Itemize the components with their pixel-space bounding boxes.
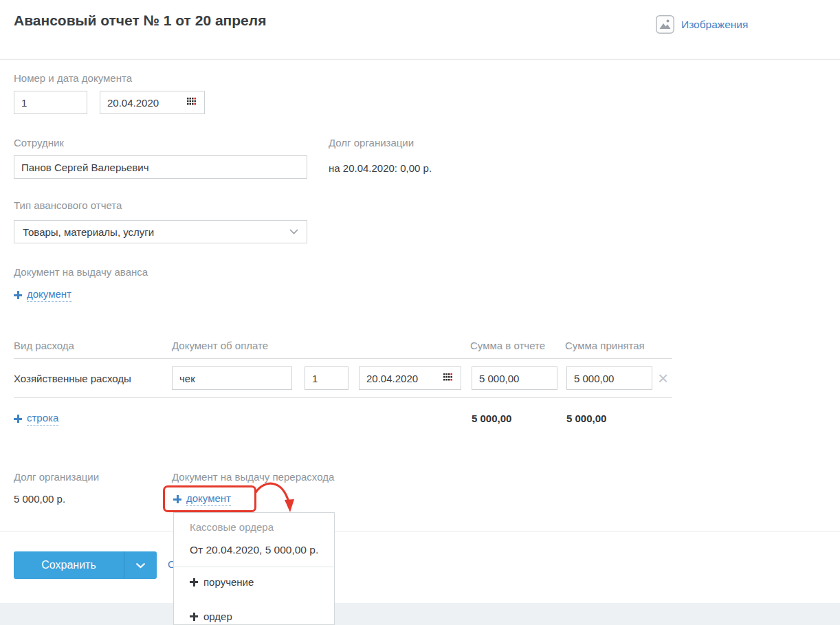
col-expense-type: Вид расхода <box>14 340 74 351</box>
org-debt-top-value: на 20.04.2020: 0,00 р. <box>329 162 432 174</box>
add-advance-document-label: документ <box>27 288 71 302</box>
page-title: Авансовый отчет № 1 от 20 апреля <box>14 12 266 29</box>
report-type-selected: Товары, материалы, услуги <box>23 226 154 238</box>
payment-doc-number-input[interactable] <box>305 366 349 390</box>
total-reported: 5 000,00 <box>472 413 511 424</box>
footer-strip <box>0 603 840 625</box>
payment-doc-name-input[interactable] <box>172 366 292 390</box>
plus-icon <box>190 578 198 586</box>
report-type-label: Тип авансового отчета <box>14 199 122 211</box>
images-link-label: Изображения <box>681 19 748 31</box>
dropdown-group-title: Кассовые ордера <box>190 521 274 533</box>
add-cash-order-item[interactable]: ордер <box>190 611 232 622</box>
add-overspend-document-label: документ <box>186 492 231 506</box>
images-link[interactable]: Изображения <box>656 15 748 34</box>
dropdown-divider <box>174 567 334 567</box>
col-amount-accepted: Сумма принятая <box>565 340 645 351</box>
calendar-icon[interactable] <box>187 98 197 106</box>
plus-icon <box>190 613 198 621</box>
advance-document-label: Документ на выдачу аванса <box>14 266 148 278</box>
cash-order-menu-item[interactable]: От 20.04.2020, 5 000,00 р. <box>190 544 318 556</box>
plus-icon <box>14 415 22 423</box>
total-accepted: 5 000,00 <box>566 413 606 424</box>
save-button-label[interactable]: Сохранить <box>14 551 124 579</box>
save-options-caret[interactable] <box>124 551 157 579</box>
org-debt-bottom-label: Долг организации <box>14 471 99 483</box>
annotation-arrow-icon <box>254 479 297 516</box>
add-payment-order-item[interactable]: поручение <box>190 576 254 588</box>
add-cash-order-label: ордер <box>203 611 232 622</box>
col-amount-reported: Сумма в отчете <box>470 340 545 351</box>
org-debt-top-label: Долг организации <box>329 137 414 149</box>
add-row-link[interactable]: строка <box>14 412 58 426</box>
amount-accepted-input[interactable] <box>566 366 652 390</box>
employee-label: Сотрудник <box>14 137 64 149</box>
footer-divider <box>0 531 840 531</box>
document-dropdown-menu: Кассовые ордера От 20.04.2020, 5 000,00 … <box>173 512 335 625</box>
overspend-document-label: Документ на выдачу перерасхода <box>172 471 334 483</box>
employee-input[interactable] <box>14 155 307 179</box>
add-row-label: строка <box>27 412 58 426</box>
report-type-select[interactable]: Товары, материалы, услуги <box>14 220 307 243</box>
add-advance-document-link[interactable]: документ <box>14 288 71 302</box>
save-button[interactable]: Сохранить <box>14 551 157 579</box>
add-overspend-document-link[interactable]: документ <box>173 492 231 506</box>
doc-number-input[interactable] <box>14 91 87 114</box>
table-row-divider <box>14 397 672 398</box>
amount-reported-input[interactable] <box>472 366 557 390</box>
plus-icon <box>173 495 181 503</box>
col-payment-document: Документ об оплате <box>172 340 268 351</box>
header-divider <box>0 59 840 60</box>
chevron-down-icon <box>289 229 298 234</box>
calendar-icon[interactable] <box>443 373 453 382</box>
advance-report-page: Авансовый отчет № 1 от 20 апреля Изображ… <box>0 0 840 625</box>
table-header-divider <box>14 358 672 359</box>
expense-type-cell: Хозяйственные расходы <box>14 373 131 384</box>
org-debt-bottom-value: 5 000,00 р. <box>14 493 65 505</box>
image-icon <box>656 15 674 34</box>
delete-row-icon[interactable]: × <box>658 366 668 390</box>
add-payment-order-label: поручение <box>203 576 254 588</box>
plus-icon <box>14 291 22 299</box>
chevron-down-icon <box>135 562 146 569</box>
doc-number-date-label: Номер и дата документа <box>14 72 132 84</box>
